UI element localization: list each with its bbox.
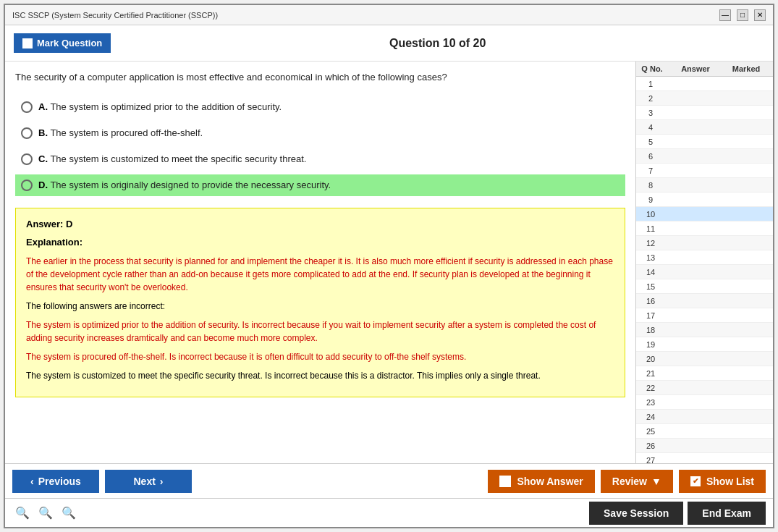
side-header: Q No. Answer Marked	[636, 62, 773, 77]
side-row[interactable]: 10	[636, 207, 773, 221]
option-b-text: B. The system is procured off-the-shelf.	[38, 127, 203, 140]
minimize-button[interactable]: —	[719, 9, 731, 21]
side-row[interactable]: 26	[636, 439, 773, 453]
answer-para-4: The system is procured off-the-shelf. Is…	[26, 350, 614, 363]
side-row[interactable]: 2	[636, 91, 773, 106]
side-row[interactable]: 7	[636, 164, 773, 178]
side-cell-qno: 2	[636, 94, 665, 103]
side-row[interactable]: 8	[636, 178, 773, 193]
side-cell-qno: 23	[636, 398, 665, 407]
options-list: A. The system is optimized prior to the …	[15, 96, 625, 197]
col-header-qno: Q No.	[638, 64, 667, 73]
side-cell-qno: 9	[636, 195, 665, 204]
side-cell-qno: 26	[636, 442, 665, 450]
side-row[interactable]: 3	[636, 106, 773, 120]
zoom-out-button[interactable]: 🔍	[59, 504, 79, 521]
side-row[interactable]: 12	[636, 236, 773, 250]
show-list-icon: ✔	[690, 476, 701, 486]
answer-para-3: The system is optimized prior to the add…	[26, 318, 614, 345]
side-row[interactable]: 25	[636, 424, 773, 439]
next-label: Next	[133, 476, 155, 487]
review-button[interactable]: Review ▼	[601, 470, 673, 493]
side-cell-qno: 16	[636, 297, 665, 305]
answer-para-5: The system is customized to meet the spe…	[26, 369, 614, 382]
side-cell-qno: 13	[636, 253, 665, 262]
side-cell-qno: 17	[636, 311, 665, 320]
show-answer-button[interactable]: Show Answer	[488, 470, 594, 493]
side-cell-qno: 14	[636, 268, 665, 276]
side-cell-qno: 3	[636, 109, 665, 117]
side-row[interactable]: 15	[636, 279, 773, 294]
side-cell-qno: 4	[636, 123, 665, 132]
side-row[interactable]: 20	[636, 352, 773, 366]
mark-icon	[22, 38, 33, 48]
side-row[interactable]: 4	[636, 120, 773, 135]
side-row[interactable]: 23	[636, 395, 773, 410]
radio-b[interactable]	[21, 127, 33, 139]
question-title: Question 10 of 20	[111, 37, 764, 50]
bottom-bar-2: 🔍 🔍 🔍 Save Session End Exam	[5, 498, 773, 527]
maximize-button[interactable]: □	[737, 9, 748, 21]
previous-button[interactable]: ‹ Previous	[12, 470, 99, 493]
end-exam-button[interactable]: End Exam	[688, 502, 766, 525]
side-cell-qno: 27	[636, 456, 665, 464]
option-b[interactable]: B. The system is procured off-the-shelf.	[15, 122, 625, 144]
show-answer-label: Show Answer	[517, 476, 583, 487]
side-row[interactable]: 6	[636, 149, 773, 164]
main-content: The security of a computer application i…	[5, 62, 773, 463]
col-header-marked: Marked	[724, 64, 768, 73]
bottom-bar-1: ‹ Previous Next › Show Answer Review ▼ ✔…	[5, 463, 773, 498]
radio-a[interactable]	[21, 101, 33, 113]
show-answer-icon	[499, 476, 511, 487]
next-chevron-icon: ›	[160, 476, 164, 487]
save-session-label: Save Session	[604, 507, 669, 519]
save-session-button[interactable]: Save Session	[589, 502, 683, 525]
side-row[interactable]: 11	[636, 221, 773, 236]
show-list-button[interactable]: ✔ Show List	[679, 470, 766, 493]
review-dropdown-icon: ▼	[651, 476, 661, 487]
side-cell-qno: 11	[636, 224, 665, 233]
radio-c[interactable]	[21, 153, 33, 165]
option-a[interactable]: A. The system is optimized prior to the …	[15, 96, 625, 118]
top-bar: Mark Question Question 10 of 20	[5, 25, 773, 62]
side-row[interactable]: 5	[636, 135, 773, 149]
explanation-title: Explanation:	[26, 235, 614, 250]
side-cell-qno: 15	[636, 282, 665, 291]
side-row[interactable]: 17	[636, 308, 773, 323]
end-exam-label: End Exam	[702, 507, 751, 519]
option-c-text: C. The system is customized to meet the …	[38, 153, 306, 166]
question-panel: The security of a computer application i…	[5, 62, 635, 463]
side-row[interactable]: 18	[636, 323, 773, 337]
zoom-reset-button[interactable]: 🔍	[35, 504, 56, 521]
side-row[interactable]: 13	[636, 250, 773, 265]
window-controls: — □ ✕	[719, 9, 766, 21]
option-d-text: D. The system is originally designed to …	[38, 179, 331, 192]
col-header-answer: Answer	[667, 64, 724, 73]
radio-d[interactable]	[21, 180, 33, 191]
review-label: Review	[612, 476, 647, 487]
side-row[interactable]: 19	[636, 337, 773, 352]
side-row[interactable]: 16	[636, 294, 773, 308]
window-title: ISC SSCP (System Security Certified Prac…	[12, 11, 218, 20]
option-d[interactable]: D. The system is originally designed to …	[15, 174, 625, 196]
side-row[interactable]: 1	[636, 77, 773, 91]
answer-para-1: The earlier in the process that security…	[26, 255, 614, 294]
mark-question-button[interactable]: Mark Question	[14, 33, 111, 53]
prev-chevron-icon: ‹	[30, 476, 34, 487]
side-cell-qno: 5	[636, 138, 665, 146]
side-row[interactable]: 9	[636, 193, 773, 207]
zoom-in-button[interactable]: 🔍	[12, 504, 33, 521]
close-button[interactable]: ✕	[754, 9, 766, 21]
previous-label: Previous	[38, 476, 81, 487]
side-cell-qno: 10	[636, 210, 665, 219]
option-c[interactable]: C. The system is customized to meet the …	[15, 148, 625, 170]
main-window: ISC SSCP (System Security Certified Prac…	[4, 4, 774, 528]
side-row[interactable]: 14	[636, 265, 773, 279]
side-row[interactable]: 22	[636, 381, 773, 395]
question-text: The security of a computer application i…	[15, 70, 625, 85]
side-row[interactable]: 27	[636, 453, 773, 463]
side-row[interactable]: 21	[636, 366, 773, 381]
next-button[interactable]: Next ›	[105, 470, 192, 493]
side-row[interactable]: 24	[636, 410, 773, 424]
side-cell-qno: 20	[636, 355, 665, 363]
